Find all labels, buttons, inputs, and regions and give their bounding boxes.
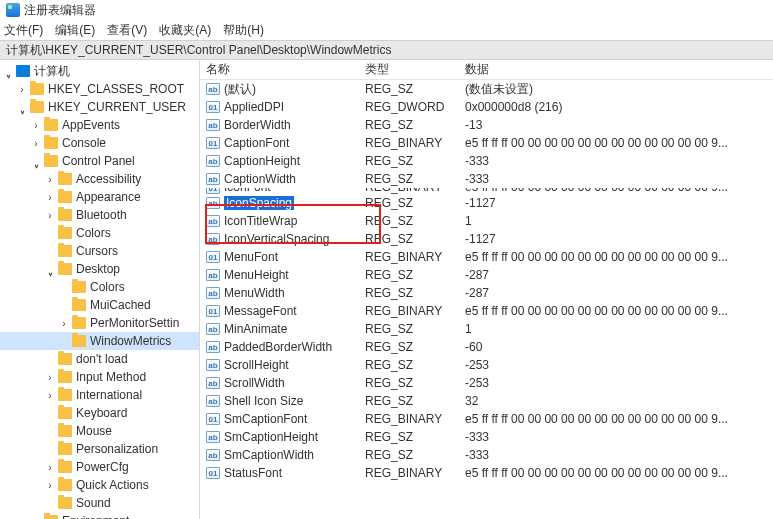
tree-item[interactable]: Personalization	[0, 440, 199, 458]
folder-icon	[58, 461, 72, 473]
tree-item[interactable]: HKEY_CLASSES_ROOT	[0, 80, 199, 98]
expand-chevron-icon[interactable]	[30, 120, 42, 131]
value-row[interactable]: abPaddedBorderWidthREG_SZ-60	[200, 338, 773, 356]
value-type: REG_SZ	[365, 358, 465, 372]
folder-icon	[30, 83, 44, 95]
tree-item-label: Mouse	[76, 424, 112, 438]
value-data: 1	[465, 322, 773, 336]
tree-item[interactable]: International	[0, 386, 199, 404]
tree-item[interactable]: Colors	[0, 224, 199, 242]
tree-item[interactable]: Bluetooth	[0, 206, 199, 224]
value-data: -253	[465, 376, 773, 390]
value-row[interactable]: 01SmCaptionFontREG_BINARYe5 ff ff ff 00 …	[200, 410, 773, 428]
menu-view[interactable]: 查看(V)	[107, 22, 147, 39]
tree-item[interactable]: Cursors	[0, 242, 199, 260]
value-type: REG_SZ	[365, 196, 465, 210]
expand-chevron-icon[interactable]	[44, 210, 56, 221]
tree-item[interactable]: HKEY_CURRENT_USER	[0, 98, 199, 116]
value-row[interactable]: abSmCaptionHeightREG_SZ-333	[200, 428, 773, 446]
value-type: REG_SZ	[365, 82, 465, 96]
value-name: CaptionFont	[224, 136, 365, 150]
list-pane[interactable]: 名称 类型 数据 ab(默认)REG_SZ(数值未设置)01AppliedDPI…	[200, 60, 773, 519]
tree-item[interactable]: Desktop	[0, 260, 199, 278]
value-row[interactable]: abCaptionHeightREG_SZ-333	[200, 152, 773, 170]
value-row[interactable]: 01AppliedDPIREG_DWORD0x000000d8 (216)	[200, 98, 773, 116]
col-data-header[interactable]: 数据	[465, 61, 773, 78]
tree-item[interactable]: Keyboard	[0, 404, 199, 422]
value-name: IconTitleWrap	[224, 214, 365, 228]
expand-chevron-icon[interactable]	[44, 174, 56, 185]
value-row[interactable]: 01StatusFontREG_BINARYe5 ff ff ff 00 00 …	[200, 464, 773, 482]
value-row[interactable]: ab(默认)REG_SZ(数值未设置)	[200, 80, 773, 98]
tree-item[interactable]: Environment	[0, 512, 199, 519]
value-row[interactable]: abIconSpacingREG_SZ-1127	[200, 194, 773, 212]
tree-item[interactable]: PowerCfg	[0, 458, 199, 476]
value-row[interactable]: abIconVerticalSpacingREG_SZ-1127	[200, 230, 773, 248]
value-data: -333	[465, 448, 773, 462]
tree-item[interactable]: Sound	[0, 494, 199, 512]
value-name: SmCaptionHeight	[224, 430, 365, 444]
value-type: REG_SZ	[365, 430, 465, 444]
tree-item[interactable]: Accessibility	[0, 170, 199, 188]
tree-item[interactable]: Quick Actions	[0, 476, 199, 494]
tree-item[interactable]: don't load	[0, 350, 199, 368]
value-row[interactable]: abMenuWidthREG_SZ-287	[200, 284, 773, 302]
menu-help[interactable]: 帮助(H)	[223, 22, 264, 39]
tree-item[interactable]: Mouse	[0, 422, 199, 440]
value-name: CaptionHeight	[224, 154, 365, 168]
value-name: PaddedBorderWidth	[224, 340, 365, 354]
value-row[interactable]: abScrollWidthREG_SZ-253	[200, 374, 773, 392]
folder-icon	[44, 515, 58, 519]
tree-item[interactable]: Appearance	[0, 188, 199, 206]
expand-chevron-icon[interactable]	[44, 480, 56, 491]
tree-item[interactable]: AppEvents	[0, 116, 199, 134]
tree-item[interactable]: Control Panel	[0, 152, 199, 170]
folder-icon	[58, 263, 72, 275]
expand-chevron-icon[interactable]	[2, 66, 14, 77]
folder-icon	[72, 299, 86, 311]
menu-edit[interactable]: 编辑(E)	[55, 22, 95, 39]
value-row[interactable]: abBorderWidthREG_SZ-13	[200, 116, 773, 134]
expand-chevron-icon[interactable]	[44, 390, 56, 401]
tree-item[interactable]: Input Method	[0, 368, 199, 386]
value-row[interactable]: abCaptionWidthREG_SZ-333	[200, 170, 773, 188]
value-row[interactable]: 01MenuFontREG_BINARYe5 ff ff ff 00 00 00…	[200, 248, 773, 266]
menubar: 文件(F) 编辑(E) 查看(V) 收藏夹(A) 帮助(H)	[0, 20, 773, 40]
tree-item-label: Cursors	[76, 244, 118, 258]
expand-chevron-icon[interactable]	[58, 318, 70, 329]
value-row[interactable]: abShell Icon SizeREG_SZ32	[200, 392, 773, 410]
tree-item[interactable]: Console	[0, 134, 199, 152]
expand-chevron-icon[interactable]	[44, 462, 56, 473]
value-name: Shell Icon Size	[224, 394, 365, 408]
value-row[interactable]: 01IconFontREG_BINARYe5 ff ff ff 00 00 00…	[200, 188, 773, 194]
expand-chevron-icon[interactable]	[16, 84, 28, 95]
expand-chevron-icon[interactable]	[16, 102, 28, 113]
menu-file[interactable]: 文件(F)	[4, 22, 43, 39]
value-row[interactable]: abMenuHeightREG_SZ-287	[200, 266, 773, 284]
value-row[interactable]: 01CaptionFontREG_BINARYe5 ff ff ff 00 00…	[200, 134, 773, 152]
value-name: IconSpacing	[224, 196, 365, 210]
value-row[interactable]: 01MessageFontREG_BINARYe5 ff ff ff 00 00…	[200, 302, 773, 320]
tree-item[interactable]: Colors	[0, 278, 199, 296]
col-name-header[interactable]: 名称	[200, 61, 365, 78]
value-row[interactable]: abScrollHeightREG_SZ-253	[200, 356, 773, 374]
tree-item[interactable]: PerMonitorSettin	[0, 314, 199, 332]
value-type: REG_SZ	[365, 154, 465, 168]
tree-item-label: Personalization	[76, 442, 158, 456]
tree-item[interactable]: 计算机	[0, 62, 199, 80]
tree-pane[interactable]: 计算机HKEY_CLASSES_ROOTHKEY_CURRENT_USERApp…	[0, 60, 200, 519]
value-row[interactable]: abSmCaptionWidthREG_SZ-333	[200, 446, 773, 464]
value-type: REG_SZ	[365, 172, 465, 186]
value-row[interactable]: abIconTitleWrapREG_SZ1	[200, 212, 773, 230]
expand-chevron-icon[interactable]	[30, 156, 42, 167]
menu-favorites[interactable]: 收藏夹(A)	[159, 22, 211, 39]
tree-item[interactable]: WindowMetrics	[0, 332, 199, 350]
expand-chevron-icon[interactable]	[44, 192, 56, 203]
expand-chevron-icon[interactable]	[30, 138, 42, 149]
address-bar[interactable]: 计算机\HKEY_CURRENT_USER\Control Panel\Desk…	[0, 40, 773, 60]
value-row[interactable]: abMinAnimateREG_SZ1	[200, 320, 773, 338]
tree-item[interactable]: MuiCached	[0, 296, 199, 314]
expand-chevron-icon[interactable]	[44, 372, 56, 383]
col-type-header[interactable]: 类型	[365, 61, 465, 78]
expand-chevron-icon[interactable]	[44, 264, 56, 275]
